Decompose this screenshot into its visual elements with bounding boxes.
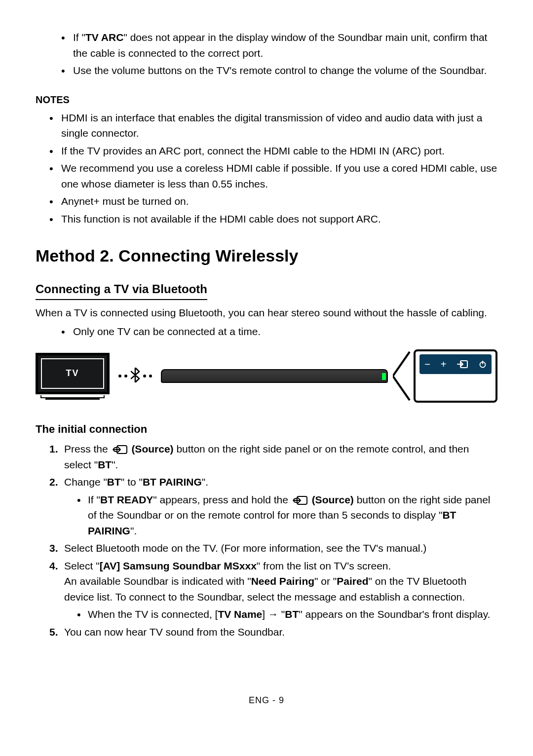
note-item: If the TV provides an ARC port, connect … bbox=[49, 143, 497, 159]
control-panel: − + bbox=[414, 349, 497, 403]
bluetooth-subheading: Connecting a TV via Bluetooth bbox=[36, 280, 207, 300]
method-2-heading: Method 2. Connecting Wirelessly bbox=[36, 243, 497, 268]
step-5: 5. You can now hear TV sound from the So… bbox=[49, 624, 497, 640]
tv-illustration: TV bbox=[36, 353, 110, 400]
bluetooth-icon bbox=[130, 368, 140, 385]
bullet-tv-arc: If "TV ARC" does not appear in the displ… bbox=[61, 30, 497, 61]
bluetooth-note-list: Only one TV can be connected at a time. bbox=[61, 324, 497, 340]
initial-connection-heading: The initial connection bbox=[36, 421, 497, 437]
step-4-sublist: When the TV is connected, [TV Name] → "B… bbox=[77, 606, 497, 622]
panel-display: − + bbox=[419, 354, 492, 374]
step-2-sub: If "BT READY" appears, press and hold th… bbox=[77, 492, 497, 539]
step-3: 3. Select Bluetooth mode on the TV. (For… bbox=[49, 540, 497, 556]
tv-label: TV bbox=[66, 367, 79, 380]
source-icon bbox=[292, 495, 308, 505]
tv-screen: TV bbox=[36, 353, 110, 394]
notes-heading: NOTES bbox=[36, 92, 497, 107]
bullet-volume: Use the volume buttons on the TV's remot… bbox=[61, 63, 497, 78]
page-footer: ENG - 9 bbox=[36, 694, 497, 707]
source-icon bbox=[112, 445, 128, 454]
tv-arc-term: TV ARC bbox=[85, 32, 123, 43]
note-item: This function is not available if the HD… bbox=[49, 211, 497, 227]
connection-diagram: TV − + bbox=[36, 349, 497, 403]
prior-section-bullets: If "TV ARC" does not appear in the displ… bbox=[61, 30, 497, 78]
volume-down-icon: − bbox=[424, 357, 430, 372]
power-icon bbox=[479, 360, 487, 368]
notes-list: HDMI is an interface that enables the di… bbox=[49, 110, 497, 227]
note-item: HDMI is an interface that enables the di… bbox=[49, 110, 497, 141]
step-4: 4. Select "[AV] Samsung Soundbar MSxxx" … bbox=[49, 558, 497, 622]
steps-list: 1. Press the (Source) button on the righ… bbox=[49, 441, 497, 640]
volume-up-icon: + bbox=[441, 357, 447, 372]
bluetooth-signal bbox=[118, 368, 152, 385]
step-2-sublist: If "BT READY" appears, press and hold th… bbox=[77, 492, 497, 539]
note-item: Anynet+ must be turned on. bbox=[49, 193, 497, 209]
step-4-sub: When the TV is connected, [TV Name] → "B… bbox=[77, 606, 497, 622]
side-panel-illustration: − + bbox=[397, 349, 497, 403]
note-item: We recommend you use a coreless HDMI cab… bbox=[49, 160, 497, 191]
one-tv-note: Only one TV can be connected at a time. bbox=[61, 324, 497, 340]
step-2: 2. Change "BT" to "BT PAIRING". If "BT R… bbox=[49, 474, 497, 538]
soundbar-illustration bbox=[161, 369, 388, 383]
source-panel-icon bbox=[457, 360, 468, 369]
step-1: 1. Press the (Source) button on the righ… bbox=[49, 441, 497, 472]
bluetooth-intro: When a TV is connected using Bluetooth, … bbox=[36, 305, 497, 321]
